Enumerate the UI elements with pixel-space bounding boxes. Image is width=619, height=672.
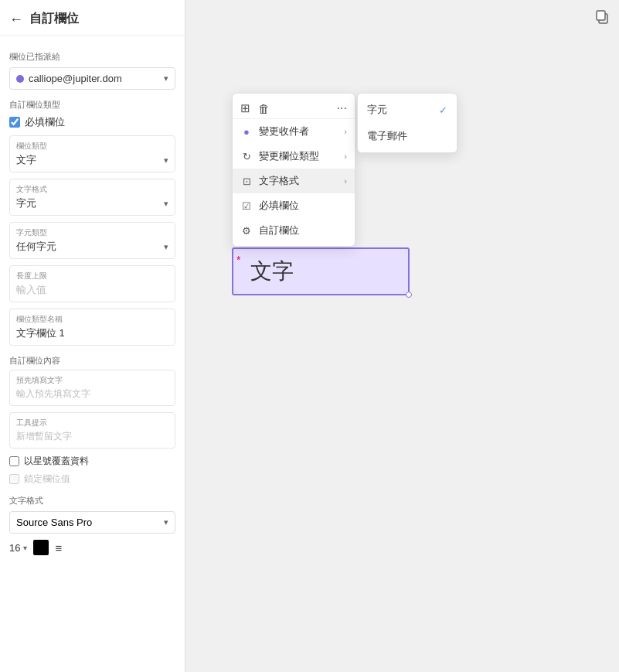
- field-name-value: 文字欄位 1: [16, 326, 168, 340]
- panel-header: ← 自訂欄位: [0, 0, 185, 36]
- menu-item-left: ⊡ 文字格式: [240, 174, 299, 188]
- context-menu-icons-row: ⊞ 🗑 ···: [233, 97, 355, 119]
- menu-item-custom-field[interactable]: ⚙ 自訂欄位: [233, 218, 355, 243]
- menu-item-left: ↻ 變更欄位類型: [240, 149, 319, 163]
- submenu-item-email[interactable]: 電子郵件: [358, 123, 457, 149]
- field-type-group[interactable]: 欄位類型 文字 ▾: [9, 135, 175, 172]
- mask-checkbox-row: 以星號覆蓋資料: [9, 455, 175, 468]
- refresh-icon: ↻: [240, 151, 253, 162]
- menu-item-change-recipient-label: 變更收件者: [259, 125, 309, 138]
- menu-item-required-field[interactable]: ☑ 必填欄位: [233, 193, 355, 218]
- copy-icon[interactable]: [594, 9, 610, 28]
- canvas-field-text: 文字: [250, 257, 294, 286]
- arrow-right-icon: ›: [344, 127, 347, 136]
- menu-item-left: ☑ 必填欄位: [240, 199, 299, 213]
- lock-checkbox[interactable]: [9, 474, 19, 484]
- submenu-item-char-label: 字元: [367, 103, 387, 117]
- field-type-text: 文字: [16, 153, 36, 167]
- field-type-label: 欄位類型: [16, 141, 168, 152]
- settings-icon: ⚙: [240, 225, 253, 237]
- submenu-check-icon: ✓: [439, 104, 447, 116]
- menu-item-text-format[interactable]: ⊡ 文字格式 ›: [233, 169, 355, 193]
- mask-checkbox-label: 以星號覆蓋資料: [24, 455, 89, 468]
- required-checkbox-row: 必填欄位: [9, 115, 175, 129]
- text-format-group[interactable]: 文字格式 字元 ▾: [9, 179, 175, 216]
- assignee-chevron-down-icon: ▾: [164, 73, 168, 84]
- text-format-section: 文字格式 Source Sans Pro ▾ 16 ▾ ≡: [9, 495, 175, 555]
- textbox-icon: ⊡: [240, 176, 253, 187]
- font-size-chevron-down-icon: ▾: [23, 544, 27, 552]
- required-checkbox[interactable]: [9, 117, 20, 128]
- more-options-icon[interactable]: ···: [337, 101, 347, 115]
- field-type-value: 文字 ▾: [16, 153, 168, 167]
- menu-item-change-field-type-label: 變更欄位類型: [259, 149, 319, 163]
- assignee-dropdown[interactable]: calliope@jupiter.dom ▾: [9, 67, 175, 90]
- font-dropdown[interactable]: Source Sans Pro ▾: [9, 511, 175, 534]
- submenu-item-email-label: 電子郵件: [367, 129, 407, 143]
- font-color-picker[interactable]: [33, 540, 49, 555]
- tooltip-label: 工具提示: [16, 418, 168, 428]
- length-limit-label: 長度上限: [16, 271, 168, 281]
- menu-item-change-recipient[interactable]: ● 變更收件者 ›: [233, 119, 355, 144]
- char-type-label: 字元類型: [16, 227, 168, 238]
- field-type-chevron-icon: ▾: [164, 155, 168, 165]
- placeholder-text-group[interactable]: 預先填寫文字 輸入預先填寫文字: [9, 370, 175, 406]
- length-limit-placeholder: 輸入值: [16, 283, 168, 297]
- context-menu: ⊞ 🗑 ··· ● 變更收件者 › ↻ 變更欄位類型 › ⊡ 文字格式: [232, 93, 355, 247]
- assigned-label: 欄位已指派給: [9, 51, 175, 63]
- trash-icon[interactable]: 🗑: [258, 102, 270, 115]
- text-format-chevron-icon: ▾: [164, 199, 168, 209]
- char-type-group[interactable]: 字元類型 任何字元 ▾: [9, 222, 175, 259]
- font-controls: 16 ▾ ≡: [9, 540, 175, 555]
- field-name-box[interactable]: 欄位類型名稱 文字欄位 1: [9, 309, 175, 346]
- grid-icon[interactable]: ⊞: [240, 101, 250, 115]
- font-chevron-down-icon: ▾: [164, 517, 168, 527]
- placeholder-text-input[interactable]: 輸入預先填寫文字: [16, 387, 168, 401]
- content-section-label: 自訂欄位內容: [9, 355, 175, 367]
- lock-checkbox-row: 鎖定欄位值: [9, 472, 175, 486]
- menu-item-custom-field-label: 自訂欄位: [259, 223, 299, 237]
- submenu-item-char[interactable]: 字元 ✓: [358, 97, 457, 123]
- font-name: Source Sans Pro: [16, 517, 92, 528]
- canvas-field[interactable]: * 文字: [232, 247, 410, 295]
- dot-icon: ●: [240, 126, 253, 138]
- panel-title: 自訂欄位: [29, 11, 79, 27]
- text-format-submenu: 字元 ✓ 電子郵件: [357, 93, 457, 153]
- canvas-input-box: * 文字: [232, 247, 410, 295]
- required-star: *: [236, 254, 240, 266]
- text-format-section-label: 文字格式: [9, 495, 175, 507]
- menu-item-change-field-type[interactable]: ↻ 變更欄位類型 ›: [233, 144, 355, 169]
- tooltip-inner: 工具提示 新增暫留文字: [10, 413, 175, 448]
- char-type-text: 任何字元: [16, 240, 56, 254]
- arrow-right-icon: ›: [344, 152, 347, 161]
- tooltip-group[interactable]: 工具提示 新增暫留文字: [9, 412, 175, 449]
- arrow-right-icon: ›: [344, 176, 347, 186]
- font-size-value: 16: [9, 542, 20, 554]
- back-button[interactable]: ←: [9, 12, 23, 26]
- assignee-email: calliope@jupiter.dom: [29, 73, 122, 84]
- svg-rect-1: [597, 11, 605, 20]
- font-size-group[interactable]: 16 ▾: [9, 542, 27, 554]
- assignee-left: calliope@jupiter.dom: [16, 73, 122, 84]
- required-checkbox-label: 必填欄位: [25, 115, 65, 129]
- char-type-value: 任何字元 ▾: [16, 240, 168, 254]
- resize-handle[interactable]: [406, 292, 412, 298]
- menu-item-required-field-label: 必填欄位: [259, 199, 299, 213]
- menu-item-left: ⚙ 自訂欄位: [240, 223, 299, 237]
- field-name-label: 欄位類型名稱: [16, 314, 168, 325]
- length-limit-input[interactable]: 輸入值: [16, 283, 46, 297]
- placeholder-inner: 預先填寫文字 輸入預先填寫文字: [10, 370, 175, 405]
- mask-checkbox[interactable]: [9, 456, 19, 466]
- lock-checkbox-label: 鎖定欄位值: [24, 472, 70, 486]
- left-panel: ← 自訂欄位 欄位已指派給 calliope@jupiter.dom ▾ 自訂欄…: [0, 0, 185, 672]
- length-limit-group[interactable]: 長度上限 輸入值: [9, 265, 175, 302]
- assignee-dot: [16, 75, 24, 83]
- menu-item-text-format-label: 文字格式: [259, 174, 299, 188]
- text-format-label: 文字格式: [16, 184, 168, 195]
- tooltip-input[interactable]: 新增暫留文字: [16, 430, 168, 443]
- text-align-icon[interactable]: ≡: [55, 541, 62, 554]
- text-format-value: 字元 ▾: [16, 196, 168, 210]
- menu-item-left: ● 變更收件者: [240, 125, 309, 138]
- char-type-chevron-icon: ▾: [164, 242, 168, 252]
- right-panel: ⊞ 🗑 ··· ● 變更收件者 › ↻ 變更欄位類型 › ⊡ 文字格式: [185, 0, 619, 672]
